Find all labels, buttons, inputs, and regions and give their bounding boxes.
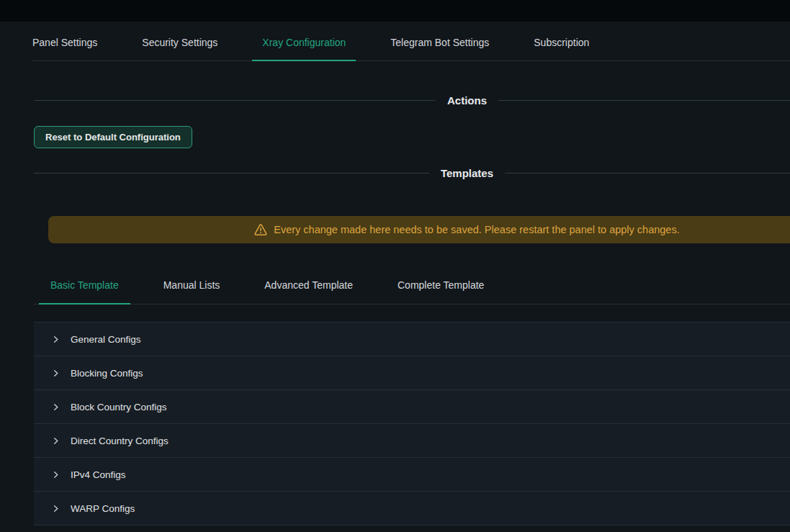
templates-divider: Templates xyxy=(34,166,790,180)
alert-message: Every change made here needs to be saved… xyxy=(274,224,679,235)
top-bar xyxy=(0,0,790,22)
tab-complete-template[interactable]: Complete Template xyxy=(398,271,484,304)
accordion-item-label: Blocking Configs xyxy=(71,368,143,379)
tab-subscription[interactable]: Subscription xyxy=(534,27,589,60)
restart-warning-alert: Every change made here needs to be saved… xyxy=(48,216,790,243)
accordion-item-direct-country-configs[interactable]: Direct Country Configs xyxy=(34,424,790,458)
templates-divider-title: Templates xyxy=(429,167,505,179)
tab-security-settings[interactable]: Security Settings xyxy=(142,27,217,60)
chevron-right-icon xyxy=(51,335,60,343)
tab-basic-template[interactable]: Basic Template xyxy=(50,271,119,304)
accordion-item-label: IPv4 Configs xyxy=(71,469,126,480)
actions-divider: Actions xyxy=(34,93,790,107)
divider-line xyxy=(505,173,790,173)
divider-line xyxy=(34,173,429,173)
config-accordion: General Configs Blocking Configs Block C… xyxy=(34,322,790,526)
tab-telegram-bot-settings[interactable]: Telegram Bot Settings xyxy=(390,27,489,60)
accordion-item-ipv4-configs[interactable]: IPv4 Configs xyxy=(34,458,790,492)
tab-panel-settings[interactable]: Panel Settings xyxy=(32,27,97,60)
divider-line xyxy=(498,100,790,101)
template-tabs: Basic Template Manual Lists Advanced Tem… xyxy=(34,271,790,305)
accordion-item-label: WARP Configs xyxy=(71,503,135,514)
accordion-item-block-country-configs[interactable]: Block Country Configs xyxy=(34,390,790,424)
tab-manual-lists[interactable]: Manual Lists xyxy=(163,271,220,304)
accordion-item-label: General Configs xyxy=(71,334,141,345)
actions-divider-title: Actions xyxy=(436,94,498,107)
accordion-item-blocking-configs[interactable]: Blocking Configs xyxy=(34,356,790,390)
accordion-item-label: Direct Country Configs xyxy=(71,436,169,446)
xray-settings-page: Panel Settings Security Settings Xray Co… xyxy=(0,22,790,526)
warning-triangle-icon xyxy=(254,223,267,236)
chevron-right-icon xyxy=(51,471,60,479)
chevron-right-icon xyxy=(51,437,60,445)
divider-line xyxy=(34,100,436,101)
chevron-right-icon xyxy=(51,369,60,377)
accordion-item-general-configs[interactable]: General Configs xyxy=(34,323,790,356)
accordion-item-label: Block Country Configs xyxy=(71,402,167,412)
accordion-item-warp-configs[interactable]: WARP Configs xyxy=(34,492,790,526)
settings-tabs: Panel Settings Security Settings Xray Co… xyxy=(32,22,790,61)
chevron-right-icon xyxy=(51,505,60,513)
tab-advanced-template[interactable]: Advanced Template xyxy=(264,271,353,304)
chevron-right-icon xyxy=(51,403,60,411)
tab-xray-configuration[interactable]: Xray Configuration xyxy=(262,27,346,60)
reset-to-default-button[interactable]: Reset to Default Configuration xyxy=(34,126,192,148)
